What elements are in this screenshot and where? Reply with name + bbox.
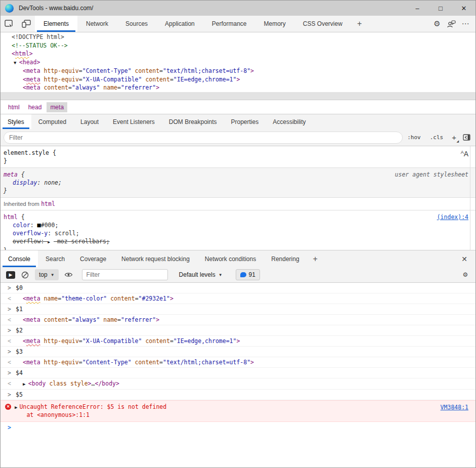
console-output-value[interactable]: <meta content="always" name="referrer">: [16, 316, 159, 324]
styles-scrollbar[interactable]: [470, 146, 470, 250]
tab-performance[interactable]: Performance: [203, 16, 255, 32]
error-stack: at <anonymous>:1:1: [19, 411, 166, 419]
breadcrumb-head[interactable]: head: [25, 102, 46, 112]
html-rule: html { color: ■#000; overflow-y: scroll;…: [1, 210, 475, 250]
device-toolbar-icon[interactable]: [18, 16, 35, 32]
stylesheet-source-link[interactable]: (index):4: [437, 213, 468, 221]
new-style-rule-button[interactable]: +◢: [448, 133, 460, 142]
console-input-row: >$4: [1, 368, 475, 378]
expand-triangle-icon[interactable]: ▶: [15, 403, 17, 411]
console-filter-input[interactable]: [82, 269, 168, 280]
live-expression-eye-icon[interactable]: [63, 269, 75, 281]
javascript-context-selector[interactable]: top ▼: [35, 269, 59, 280]
element-style-rule[interactable]: element.style { } AA: [1, 146, 475, 168]
feedback-icon[interactable]: [444, 17, 458, 31]
log-levels-dropdown[interactable]: Default levels ▼: [175, 271, 227, 278]
styles-filter-input[interactable]: [4, 132, 403, 144]
css-property-color[interactable]: color: ■#000;: [4, 221, 469, 229]
more-options-icon[interactable]: ⋯: [458, 17, 472, 31]
inherited-from-link[interactable]: html: [41, 200, 55, 207]
chevron-down-icon: ▼: [51, 273, 55, 277]
output-chevron-icon: <: [1, 379, 16, 388]
tree-line-meta-referrer[interactable]: <meta content="always" name="referrer">: [1, 83, 475, 92]
computed-styles-sidebar-icon[interactable]: [460, 134, 472, 141]
tree-line-meta-theme-color-selected[interactable]: ...<meta name="theme-color" content="#29…: [1, 92, 475, 100]
tab-console[interactable]: Console: [1, 250, 38, 267]
tab-coverage[interactable]: Coverage: [72, 250, 114, 267]
tab-search[interactable]: Search: [38, 250, 72, 267]
console-input-text: $4: [16, 369, 23, 377]
elements-tree: <!DOCTYPE html> <!--STATUS OK--> <html> …: [1, 32, 475, 100]
rule-close: }: [4, 157, 469, 165]
close-drawer-icon[interactable]: ✕: [458, 253, 470, 265]
input-chevron-icon: >: [1, 369, 16, 377]
tree-line-meta-content-type[interactable]: <meta http-equiv="Content-Type" content=…: [1, 67, 475, 75]
error-source-link[interactable]: VM3848:1: [441, 403, 468, 411]
element-classes-button[interactable]: .cls: [425, 134, 448, 141]
console-output: >$0 <<meta name="theme-color" content="#…: [1, 283, 475, 467]
rule-open[interactable]: element.style {: [4, 149, 469, 157]
console-output-value[interactable]: <meta http-equiv="X-UA-Compatible" conte…: [16, 337, 240, 345]
tree-line-head[interactable]: ▼ <head>: [1, 58, 475, 67]
tree-line-doctype[interactable]: <!DOCTYPE html>: [1, 33, 475, 41]
css-property-display: display: none;: [4, 179, 469, 187]
tab-dom-breakpoints[interactable]: DOM Breakpoints: [162, 114, 224, 129]
console-output-value[interactable]: <meta http-equiv="Content-Type" content=…: [16, 358, 254, 366]
tab-layout[interactable]: Layout: [73, 114, 106, 129]
tab-network[interactable]: Network: [77, 16, 117, 32]
toggle-element-state-button[interactable]: :hov: [403, 134, 425, 141]
css-property-overflow-overridden[interactable]: overflow: ▶ -moz-scrollbars;: [4, 237, 469, 246]
inherited-from-bar: Inherited from html: [1, 198, 475, 210]
settings-gear-icon[interactable]: ⚙: [430, 17, 444, 31]
tab-accessibility[interactable]: Accessibility: [266, 114, 313, 129]
maximize-button[interactable]: □: [429, 1, 452, 16]
breadcrumb: html head meta: [1, 100, 475, 114]
console-output-row: <<meta content="always" name="referrer">: [1, 315, 475, 325]
console-messages-badge[interactable]: 91: [236, 269, 260, 280]
tab-network-request-blocking[interactable]: Network request blocking: [114, 250, 197, 267]
breadcrumb-html[interactable]: html: [5, 102, 23, 112]
console-input-row: >$2: [1, 325, 475, 336]
rule-selector[interactable]: html {: [4, 213, 469, 221]
main-tab-bar: Elements Network Sources Application Per…: [1, 16, 475, 32]
console-output-body-expandable[interactable]: ▶ <body class style>…</body>: [16, 379, 119, 388]
tree-line-html[interactable]: <html>: [1, 50, 475, 58]
console-sidebar-toggle-icon[interactable]: ▶: [5, 269, 17, 281]
tab-elements[interactable]: Elements: [35, 16, 77, 32]
input-chevron-icon: >: [1, 391, 16, 399]
prompt-chevron-icon: >: [8, 424, 11, 431]
tab-event-listeners[interactable]: Event Listeners: [106, 114, 162, 129]
more-tabs-icon[interactable]: +: [351, 16, 368, 32]
stylesheet-origin-label: user agent stylesheet: [395, 171, 468, 179]
breadcrumb-meta[interactable]: meta: [47, 102, 67, 112]
tree-line-meta-xua[interactable]: <meta http-equiv="X-UA-Compatible" conte…: [1, 75, 475, 84]
more-drawer-tools-icon[interactable]: +: [307, 250, 324, 267]
font-editor-icon[interactable]: AA: [461, 148, 468, 158]
close-button[interactable]: ✕: [452, 1, 475, 16]
console-settings-gear-icon[interactable]: ⚙: [459, 269, 471, 281]
sidebar-tab-bar: Styles Computed Layout Event Listeners D…: [1, 114, 475, 129]
tab-application[interactable]: Application: [156, 16, 203, 32]
minimize-button[interactable]: –: [406, 1, 429, 16]
console-input-text: $1: [16, 305, 23, 313]
tab-memory[interactable]: Memory: [255, 16, 294, 32]
tab-sources[interactable]: Sources: [117, 16, 156, 32]
tab-network-conditions[interactable]: Network conditions: [197, 250, 264, 267]
tree-line-comment[interactable]: <!--STATUS OK-->: [1, 41, 475, 50]
tab-css-overview[interactable]: CSS Overview: [294, 16, 351, 32]
styles-pane: element.style { } AA meta { display: non…: [1, 146, 475, 250]
css-property-overflow-y[interactable]: overflow-y: scroll;: [4, 229, 469, 237]
clear-console-icon[interactable]: [19, 269, 31, 281]
inspect-element-icon[interactable]: [1, 16, 18, 32]
header-actions: ⚙ ⋯: [430, 16, 475, 32]
console-prompt[interactable]: >: [1, 422, 475, 432]
message-count: 91: [249, 271, 255, 278]
console-output-row: <▶ <body class style>…</body>: [1, 378, 475, 390]
tab-computed[interactable]: Computed: [31, 114, 73, 129]
console-toolbar: ▶ top ▼ Default levels ▼ 91 ⚙: [1, 267, 475, 283]
tab-rendering[interactable]: Rendering: [264, 250, 307, 267]
tab-styles[interactable]: Styles: [1, 114, 31, 129]
input-chevron-icon: >: [1, 305, 16, 313]
tab-properties[interactable]: Properties: [224, 114, 266, 129]
console-output-value[interactable]: <meta name="theme-color" content="#2932e…: [16, 294, 174, 303]
